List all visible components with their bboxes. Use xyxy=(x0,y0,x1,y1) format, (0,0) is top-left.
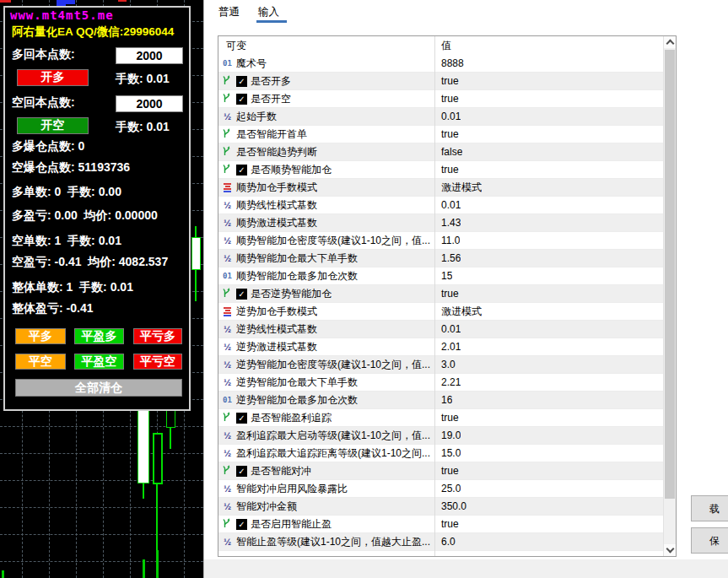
close-short-button[interactable]: 平空 xyxy=(15,354,66,370)
double-type-icon: ½ xyxy=(221,325,234,334)
param-row[interactable]: 是否智能趋势判断false xyxy=(218,143,664,161)
scroll-down-button[interactable] xyxy=(664,544,676,556)
param-row[interactable]: 01顺势智能加仓最多加仓次数15 xyxy=(218,267,664,285)
param-value[interactable]: true xyxy=(434,465,459,477)
candle-wick xyxy=(195,226,197,238)
param-value[interactable]: true xyxy=(434,518,459,530)
param-row[interactable]: ½顺势智能加仓最大下单手数1.56 xyxy=(218,250,664,267)
param-row[interactable]: ½顺势智能加仓密度等级(建议1-10之间，值...11.0 xyxy=(218,232,664,250)
param-name: 逆势智能加仓密度等级(建议1-10之间，值... xyxy=(236,358,430,372)
table-scrollbar[interactable] xyxy=(663,36,676,556)
param-checkbox[interactable]: ✓ xyxy=(236,289,247,300)
param-checkbox[interactable]: ✓ xyxy=(236,94,247,105)
param-value[interactable]: 1.56 xyxy=(434,252,461,264)
param-row[interactable]: ½盈利追踪最大追踪距离等级(建议1-10之间...15.0 xyxy=(218,445,664,462)
param-name-cell: 01逆势智能加仓最多加仓次数 xyxy=(218,393,434,408)
param-name-cell: ½顺势智能加仓最大下单手数 xyxy=(218,251,434,266)
stat-short-orders: 空单数: 1 手数: 0.01 xyxy=(12,234,121,249)
param-checkbox[interactable]: ✓ xyxy=(236,519,247,530)
param-value[interactable]: true xyxy=(434,412,459,424)
bool-type-icon xyxy=(221,517,234,531)
param-row[interactable]: ✓是否启用智能止盈true xyxy=(218,516,664,533)
param-row[interactable]: ✓是否智能对冲true xyxy=(218,462,664,480)
bool-type-icon xyxy=(221,411,234,424)
tab-inputs[interactable]: 输入 xyxy=(258,5,279,19)
param-value[interactable]: true xyxy=(434,128,459,140)
param-value[interactable]: 2.21 xyxy=(434,376,461,388)
param-row[interactable]: ½逆势激进模式基数2.01 xyxy=(218,338,664,356)
stat-long-orders: 多单数: 0 手数: 0.00 xyxy=(12,185,121,200)
param-value[interactable]: 0.01 xyxy=(434,111,461,122)
long-points-label: 多回本点数: xyxy=(12,47,75,62)
param-value[interactable]: 15 xyxy=(434,270,452,282)
param-value[interactable]: 2.01 xyxy=(434,341,461,353)
param-row[interactable]: ✓是否开空true xyxy=(218,90,664,108)
param-row[interactable]: 顺势加仓手数模式激进模式 xyxy=(218,179,664,197)
param-value[interactable]: true xyxy=(434,164,459,176)
save-button[interactable]: 保 xyxy=(691,527,728,554)
param-row[interactable]: ½顺势线性模式基数0.01 xyxy=(218,197,664,214)
param-row[interactable]: 01逆势智能加仓最多加仓次数16 xyxy=(218,392,664,409)
close-long-button[interactable]: 平多 xyxy=(15,328,66,344)
scrollbar-thumb[interactable] xyxy=(665,50,675,499)
scroll-up-button[interactable] xyxy=(664,36,676,48)
param-value[interactable]: 11.0 xyxy=(434,235,460,246)
parameters-table: 可变 值 01魔术号8888✓是否开多true✓是否开空true½起始手数0.0… xyxy=(218,35,677,557)
close-profit-long-button[interactable]: 平盈多 xyxy=(74,328,124,344)
param-value[interactable]: 16 xyxy=(434,394,452,406)
param-value[interactable]: 激进模式 xyxy=(434,305,482,319)
close-profit-short-button[interactable]: 平盈空 xyxy=(74,354,124,370)
param-row[interactable]: ✓是否逆势智能加仓true xyxy=(218,285,664,303)
param-row[interactable]: ✓是否开多true xyxy=(218,73,664,90)
param-row[interactable]: ½逆势智能加仓最大下单手数2.21 xyxy=(218,374,664,392)
param-value[interactable]: true xyxy=(434,288,459,300)
close-loss-long-button[interactable]: 平亏多 xyxy=(133,328,182,344)
param-value[interactable]: false xyxy=(434,146,462,158)
close-loss-short-button[interactable]: 平亏空 xyxy=(133,354,182,370)
tab-common[interactable]: 普通 xyxy=(218,5,240,19)
param-name-cell: ½起始手数 xyxy=(218,110,434,124)
param-row[interactable]: 01魔术号8888 xyxy=(218,55,664,73)
param-name: 是否顺势智能加仓 xyxy=(251,163,332,177)
param-row[interactable]: ½盈利追踪最大启动等级(建议1-10之间，值...19.0 xyxy=(218,427,664,445)
param-value[interactable]: 激进模式 xyxy=(434,181,482,195)
param-row[interactable]: ½起始手数0.01 xyxy=(218,108,664,126)
param-value[interactable]: 6.0 xyxy=(434,536,456,548)
param-name: 是否智能盈利追踪 xyxy=(251,411,332,425)
close-all-button[interactable]: 全部清仓 xyxy=(15,379,182,397)
param-value[interactable]: 8888 xyxy=(434,57,464,69)
short-points-input[interactable] xyxy=(116,95,183,112)
param-row[interactable]: ½逆势智能加仓密度等级(建议1-10之间，值...3.0 xyxy=(218,356,664,374)
param-checkbox[interactable]: ✓ xyxy=(236,76,247,87)
param-checkbox[interactable]: ✓ xyxy=(236,466,247,477)
param-name-cell: ✓是否顺势智能加仓 xyxy=(218,163,434,177)
open-long-button[interactable]: 开多 xyxy=(17,69,89,86)
param-row[interactable]: ½智能止盈等级(建议1-10之间，值越大止盈...6.0 xyxy=(218,533,664,551)
param-row[interactable]: ✓是否智能盈利追踪true xyxy=(218,409,664,427)
param-row[interactable]: 逆势加仓手数模式激进模式 xyxy=(218,303,664,321)
open-short-button[interactable]: 开空 xyxy=(17,117,89,134)
param-row[interactable]: ½智能对冲启用风险暴露比25.0 xyxy=(218,480,664,498)
param-row[interactable]: ½顺势激进模式基数1.43 xyxy=(218,214,664,232)
param-row[interactable]: ✓是否顺势智能加仓true xyxy=(218,161,664,179)
param-row[interactable]: ½逆势线性模式基数0.01 xyxy=(218,321,664,338)
long-points-input[interactable] xyxy=(116,47,183,64)
param-value[interactable]: 19.0 xyxy=(434,429,461,441)
param-row[interactable]: ½智能对冲金额350.0 xyxy=(218,498,664,516)
long-lots-label: 手数: 0.01 xyxy=(116,72,170,87)
param-value[interactable]: true xyxy=(434,93,459,105)
param-value[interactable]: 3.0 xyxy=(434,359,456,370)
param-value[interactable]: 350.0 xyxy=(434,500,466,512)
param-value[interactable]: 0.01 xyxy=(434,199,461,211)
param-row[interactable]: 是否智能开首单true xyxy=(218,126,664,143)
param-value[interactable]: 1.43 xyxy=(434,217,461,229)
param-value[interactable]: 15.0 xyxy=(434,447,461,459)
active-tab-underline xyxy=(256,20,287,23)
param-value[interactable]: 25.0 xyxy=(434,483,461,494)
param-name: 顺势激进模式基数 xyxy=(236,216,317,230)
param-checkbox[interactable]: ✓ xyxy=(236,413,247,424)
param-checkbox[interactable]: ✓ xyxy=(236,165,247,176)
load-button[interactable]: 载 xyxy=(691,495,728,521)
param-value[interactable]: 0.01 xyxy=(434,323,461,335)
param-value[interactable]: true xyxy=(434,75,459,87)
